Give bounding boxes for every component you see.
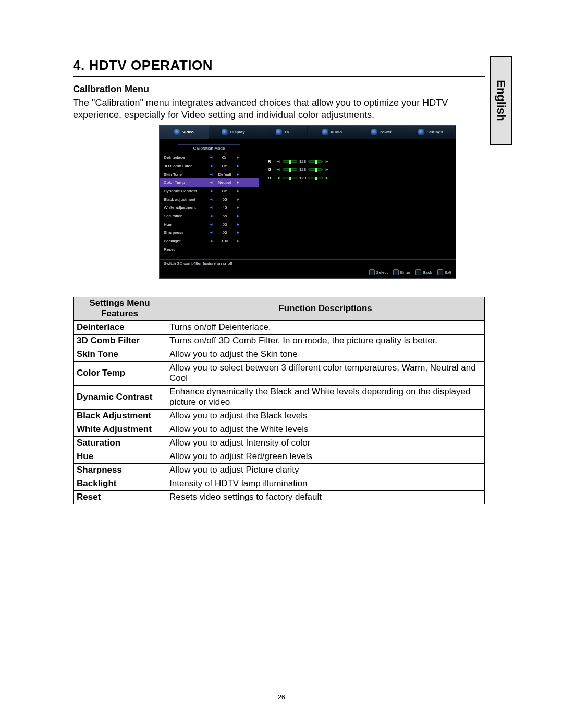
osd-tab[interactable]: Settings [406,126,456,139]
arrow-right-icon[interactable]: ► [236,189,241,193]
key-label: Select [376,270,388,275]
osd-menu-item[interactable]: Saturation◄65► [160,212,259,220]
arrow-left-icon[interactable]: ◄ [209,180,214,185]
feature-cell: Hue [74,450,166,464]
arrow-left-icon[interactable]: ◄ [209,230,214,235]
rgb-channel: B [268,176,276,180]
osd-item-label: Sharpness [164,230,209,235]
osd-tab-label: Video [182,130,194,134]
arrow-right-icon[interactable]: ► [325,159,329,164]
arrow-left-icon[interactable]: ◄ [276,167,280,172]
osd-rgb-panel: R◄128►G◄128►B◄128► [259,139,456,259]
description-cell: Allow you to adjust the Black levels [166,410,485,423]
arrow-left-icon[interactable]: ◄ [276,176,280,180]
slider-bar[interactable] [283,160,297,163]
osd-item-value: Neutral [214,180,236,185]
osd-footer-key: Exit [437,269,451,275]
arrow-right-icon[interactable]: ► [236,230,241,235]
arrow-right-icon[interactable]: ► [325,167,329,172]
feature-cell: Deinterlace [74,321,166,335]
osd-tab[interactable]: Power [357,126,407,139]
table-row: SaturationAllow you to adjust Intensity … [74,437,485,450]
subheading: Calibration Menu [73,84,495,95]
arrow-right-icon[interactable]: ► [236,205,241,210]
osd-menu-item[interactable]: Dynamic Contrast◄On► [160,187,259,195]
arrow-right-icon[interactable]: ► [236,155,241,160]
arrow-left-icon[interactable]: ◄ [209,197,214,202]
osd-item-value: 50 [214,222,236,227]
arrow-left-icon[interactable]: ◄ [209,239,214,243]
slider-bar[interactable] [308,168,323,171]
slider-bar[interactable] [283,177,297,179]
osd-menu-item[interactable]: Backlight◄100► [160,237,259,245]
osd-menu-item[interactable]: Sharpness◄60► [160,228,259,237]
arrow-left-icon[interactable]: ◄ [209,155,214,160]
arrow-left-icon[interactable]: ◄ [209,172,214,177]
osd-tab[interactable]: Video [160,126,209,139]
description-cell: Turns on/off Deienterlace. [166,321,485,335]
osd-menu-item[interactable]: Deinterlace◄On► [160,153,259,162]
osd-menu-item[interactable]: Reset [160,245,259,253]
description-cell: Resets video settings to factory default [166,491,485,504]
arrow-left-icon[interactable]: ◄ [209,164,214,168]
arrow-right-icon[interactable]: ► [236,172,241,177]
key-icon [369,269,375,275]
osd-item-label: Black adjustment [164,197,209,202]
arrow-left-icon[interactable]: ◄ [209,205,214,210]
osd-rgb-row[interactable]: G◄128► [268,165,449,174]
arrow-left-icon[interactable]: ◄ [209,222,214,227]
slider-bar[interactable] [308,177,323,179]
arrow-left-icon[interactable]: ◄ [276,159,280,164]
osd-rgb-row[interactable]: B◄128► [268,174,449,182]
osd-menu-item[interactable]: Skin Tone◄Default► [160,170,259,178]
arrow-right-icon[interactable]: ► [236,164,241,168]
osd-tab[interactable]: Audio [308,126,357,139]
osd-menu-item[interactable]: Color Temp◄Neutral► [160,178,259,187]
osd-menu-item[interactable]: White adjustment◄45► [160,203,259,212]
arrow-right-icon[interactable]: ► [325,176,329,180]
page-number: 26 [0,694,563,701]
key-label: Back [423,270,432,275]
osd-item-value: 60 [214,230,236,235]
function-table: Settings Menu Features Function Descript… [73,297,485,504]
feature-cell: Backlight [74,477,166,491]
osd-tab-label: Display [230,130,244,134]
osd-item-label: Skin Tone [164,172,209,177]
osd-tab[interactable]: Display [209,126,259,139]
arrow-right-icon[interactable]: ► [236,180,241,185]
osd-tab[interactable]: TV [258,126,308,139]
rgb-slider[interactable]: ◄128► [276,159,329,164]
page: English 4.​ HDTV OPERATION Calibration M… [0,0,563,728]
osd-tabs: VideoDisplayTVAudioPowerSettings [160,126,456,139]
osd-menu-item[interactable]: Black adjustment◄65► [160,195,259,203]
osd-left-panel: Calibration Mode Deinterlace◄On►3D Comb … [160,139,259,259]
arrow-left-icon[interactable]: ◄ [209,214,214,218]
rgb-slider[interactable]: ◄128► [276,167,329,172]
feature-cell: Reset [74,491,166,504]
osd-menu-item[interactable]: Hue◄50► [160,220,259,228]
slider-bar[interactable] [283,168,297,171]
arrow-right-icon[interactable]: ► [236,214,241,218]
osd-tab-label: Power [380,130,392,134]
arrow-right-icon[interactable]: ► [236,222,241,227]
arrow-right-icon[interactable]: ► [236,197,241,202]
description-cell: Enhance dynamically the Black and White … [166,386,485,410]
osd-item-value: 65 [214,214,236,218]
osd-menu-item[interactable]: 3D Comb Filter◄On► [160,162,259,170]
arrow-right-icon[interactable]: ► [236,239,241,243]
feature-cell: White Adjustment [74,423,166,437]
description-cell: Turns on/off 3D Comb Filter. In on mode,… [166,335,485,348]
key-icon [393,269,399,275]
intro-paragraph: The "Calibration" menu integrates advanc… [73,97,485,121]
osd: VideoDisplayTVAudioPowerSettings Calibra… [159,125,456,279]
osd-rgb-row[interactable]: R◄128► [268,157,449,165]
osd-tab-label: TV [284,130,289,134]
rgb-slider[interactable]: ◄128► [276,176,329,180]
arrow-left-icon[interactable]: ◄ [209,189,214,193]
osd-item-label: Hue [164,222,209,227]
description-cell: Allow you to select between 3 different … [166,362,485,386]
osd-item-value: 100 [214,239,236,243]
slider-bar[interactable] [308,160,323,163]
table-row: Dynamic ContrastEnhance dynamically the … [74,386,485,410]
feature-cell: Black Adjustment [74,410,166,423]
